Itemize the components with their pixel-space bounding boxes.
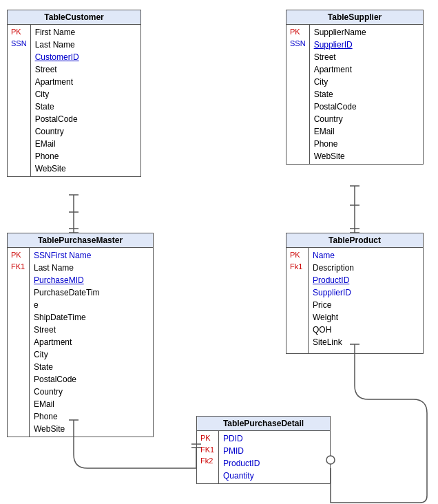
field: Street xyxy=(314,51,366,63)
field: PurchaseDateTim xyxy=(34,286,100,299)
field: State xyxy=(314,88,366,101)
field: Country xyxy=(34,386,100,398)
pk-pm: PK xyxy=(11,249,25,261)
field: SSNFirst Name xyxy=(34,249,100,262)
field: Country xyxy=(35,125,79,138)
field: EMail xyxy=(35,138,79,150)
field: Description xyxy=(313,262,354,274)
field: ProductID xyxy=(223,457,260,470)
field: PMID xyxy=(223,445,260,457)
field: SupplierID xyxy=(313,286,354,299)
field: WebSite xyxy=(314,150,366,162)
field: PostalCode xyxy=(35,113,79,125)
pk-pd: PK xyxy=(200,432,215,444)
field: Phone xyxy=(34,410,100,423)
table-supplier: TableSupplier PK SSN SupplierName Suppli… xyxy=(286,10,424,165)
field: First Name xyxy=(35,26,79,39)
field: Weight xyxy=(313,311,354,324)
field: Apartment xyxy=(34,336,100,348)
fk1-product: Fk1 xyxy=(290,261,304,273)
field: PostalCode xyxy=(314,101,366,113)
field: SupplierID xyxy=(314,39,366,51)
field: EMail xyxy=(314,125,366,138)
table-product: TableProduct PK Fk1 Name Description Pro… xyxy=(286,233,424,354)
fk2-pd: Fk2 xyxy=(200,455,215,467)
table-customer: TableCustomer PK SSN First Name Last Nam… xyxy=(7,10,141,177)
field: Price xyxy=(313,299,354,311)
field: e xyxy=(34,299,100,311)
table-supplier-header: TableSupplier xyxy=(286,10,423,25)
field: State xyxy=(35,101,79,113)
field: City xyxy=(35,88,79,101)
pk-customer: PK xyxy=(11,26,27,38)
table-purchasedetail-header: TablePurchaseDetail xyxy=(197,417,330,431)
pk-product: PK xyxy=(290,249,304,261)
table-purchasedetail: TablePurchaseDetail PK FK1 Fk2 PDID PMID… xyxy=(196,416,331,484)
field: WebSite xyxy=(34,423,100,435)
table-purchasemaster-header: TablePurchaseMaster xyxy=(8,233,153,248)
field: Quantity xyxy=(223,470,260,482)
field: Apartment xyxy=(35,76,79,88)
field: ShipDateTime xyxy=(34,311,100,324)
field: State xyxy=(34,361,100,373)
fk1-pd: FK1 xyxy=(200,444,215,456)
table-product-header: TableProduct xyxy=(286,233,423,248)
table-purchasemaster: TablePurchaseMaster PK FK1 xyxy=(7,233,154,437)
table-customer-header: TableCustomer xyxy=(8,10,140,25)
field: City xyxy=(34,348,100,361)
field: Country xyxy=(314,113,366,125)
field: WebSite xyxy=(35,162,79,175)
field: Last Name xyxy=(35,39,79,51)
field: CustomerID xyxy=(35,51,79,63)
fk1-pm: FK1 xyxy=(11,261,25,273)
field: EMail xyxy=(34,398,100,410)
field: Street xyxy=(34,324,100,336)
field: PDID xyxy=(223,432,260,445)
field: SupplierName xyxy=(314,26,366,39)
field: Name xyxy=(313,249,354,262)
field: Phone xyxy=(314,138,366,150)
field: Street xyxy=(35,63,79,76)
field: PurchaseMID xyxy=(34,274,100,286)
field: Apartment xyxy=(314,63,366,76)
field: Last Name xyxy=(34,262,100,274)
pk-supplier: PK xyxy=(290,26,306,38)
diagram: TableCustomer PK SSN First Name Last Nam… xyxy=(0,0,438,504)
field: SiteLink xyxy=(313,336,354,348)
field: QOH xyxy=(313,324,354,336)
field: PostalCode xyxy=(34,373,100,386)
field: ProductID xyxy=(313,274,354,286)
field: Phone xyxy=(35,150,79,162)
field: City xyxy=(314,76,366,88)
